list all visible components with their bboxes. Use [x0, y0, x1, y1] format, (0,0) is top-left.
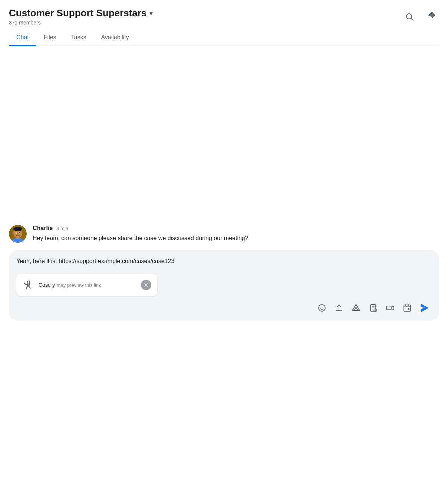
header: Customer Support Superstars ▾ 371 member…	[0, 0, 448, 46]
avatar	[9, 225, 27, 243]
pin-button[interactable]	[424, 9, 439, 24]
svg-point-7	[13, 227, 22, 231]
message-content: Charlie 3 min Hey team, can someone plea…	[33, 225, 439, 243]
tab-tasks[interactable]: Tasks	[64, 30, 94, 46]
group-name: Customer Support Superstars	[9, 7, 146, 19]
svg-line-1	[411, 18, 414, 20]
link-app-icon	[22, 279, 34, 291]
close-icon	[143, 282, 149, 288]
message-time: 3 min	[56, 226, 68, 231]
video-call-button[interactable]	[383, 301, 398, 315]
svg-point-12	[17, 234, 19, 235]
compose-box: Case-y may preview this link	[9, 250, 439, 321]
compose-input[interactable]	[16, 257, 432, 267]
message-item: Charlie 3 min Hey team, can someone plea…	[9, 219, 439, 250]
pin-icon	[427, 12, 436, 21]
svg-point-30	[408, 309, 409, 310]
svg-point-10	[16, 232, 16, 233]
avatar-image	[9, 225, 27, 243]
tab-files[interactable]: Files	[36, 30, 64, 46]
upload-icon	[335, 303, 343, 312]
svg-rect-25	[386, 306, 391, 310]
video-icon	[386, 303, 395, 312]
svg-point-15	[321, 307, 322, 308]
title-area: Customer Support Superstars ▾ 371 member…	[9, 7, 153, 26]
search-icon	[405, 12, 414, 21]
tab-availability[interactable]: Availability	[93, 30, 136, 46]
members-count: 371 members	[9, 20, 153, 26]
calendar-button[interactable]	[400, 301, 415, 315]
send-icon	[419, 303, 429, 313]
emoji-icon	[317, 303, 326, 312]
svg-point-14	[319, 305, 325, 311]
doc-icon	[369, 303, 378, 312]
svg-point-16	[323, 307, 323, 308]
sender-name: Charlie	[33, 225, 53, 232]
header-icons	[402, 9, 439, 24]
emoji-button[interactable]	[314, 301, 329, 315]
link-preview: Case-y may preview this link	[16, 274, 157, 296]
link-preview-close-button[interactable]	[141, 280, 151, 290]
link-preview-subtext: may preview this link	[57, 282, 101, 288]
message-text: Hey team, can someone please share the c…	[33, 234, 439, 243]
upload-button[interactable]	[332, 301, 346, 315]
message-meta: Charlie 3 min	[33, 225, 439, 232]
link-preview-info: Case-y may preview this link	[39, 282, 101, 288]
dropdown-arrow-icon[interactable]: ▾	[149, 9, 153, 17]
compose-toolbar	[16, 301, 432, 315]
tab-chat[interactable]: Chat	[9, 30, 36, 46]
drive-button[interactable]	[349, 301, 363, 315]
chat-area: Charlie 3 min Hey team, can someone plea…	[0, 46, 448, 250]
link-app-name: Case-y	[39, 282, 55, 288]
create-doc-button[interactable]	[366, 301, 381, 315]
calendar-icon	[403, 303, 412, 312]
tabs: Chat Files Tasks Availability	[9, 30, 439, 46]
svg-point-11	[19, 232, 20, 233]
link-preview-left: Case-y may preview this link	[22, 279, 101, 291]
search-button[interactable]	[402, 9, 417, 24]
group-title: Customer Support Superstars ▾	[9, 7, 153, 19]
send-button[interactable]	[417, 301, 432, 315]
svg-rect-26	[404, 305, 411, 311]
webhook-icon	[22, 279, 34, 291]
drive-icon	[352, 303, 360, 312]
